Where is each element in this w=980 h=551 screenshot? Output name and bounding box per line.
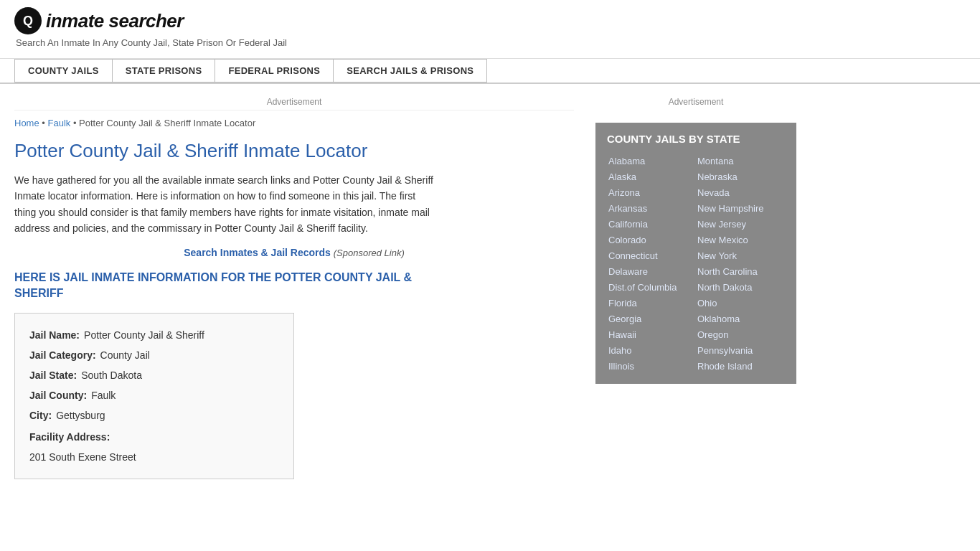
breadcrumb-county[interactable]: Faulk xyxy=(47,118,70,128)
state-value: South Dakota xyxy=(81,365,142,385)
info-row-address: Facility Address: 201 South Exene Street xyxy=(29,427,279,467)
section-heading: HERE IS JAIL INMATE INFORMATION FOR THE … xyxy=(14,270,438,302)
state-link[interactable]: New Mexico xyxy=(696,232,785,248)
nav-federal-prisons[interactable]: FEDERAL PRISONS xyxy=(215,59,334,83)
info-row-state: Jail State: South Dakota xyxy=(29,365,279,385)
state-link[interactable]: Pennsylvania xyxy=(696,343,785,358)
state-box-title: COUNTY JAILS BY STATE xyxy=(607,133,785,145)
info-row-county: Jail County: Faulk xyxy=(29,385,279,405)
state-link[interactable]: Oklahoma xyxy=(696,311,785,326)
state-link[interactable]: Montana xyxy=(696,154,785,169)
state-link[interactable]: Alaska xyxy=(607,169,696,184)
ad-banner-top: Advertisement xyxy=(14,91,574,110)
state-link[interactable]: Dist.of Columbia xyxy=(607,280,696,295)
info-box: Jail Name: Potter County Jail & Sheriff … xyxy=(14,313,294,479)
state-link[interactable]: Connecticut xyxy=(607,248,696,263)
header: Q inmate searcher Search An Inmate In An… xyxy=(0,0,980,59)
state-link[interactable]: Alabama xyxy=(607,154,696,169)
breadcrumb-home[interactable]: Home xyxy=(14,118,39,128)
page-body: Advertisement Home • Faulk • Potter Coun… xyxy=(0,84,980,494)
state-link[interactable]: Arizona xyxy=(607,185,696,200)
state-link[interactable]: Rhode Island xyxy=(696,359,785,374)
county-value: Faulk xyxy=(91,385,116,405)
jail-name-value: Potter County Jail & Sheriff xyxy=(84,325,204,345)
address-value: 201 South Exene Street xyxy=(29,447,279,467)
logo-text: inmate searcher xyxy=(46,10,184,32)
nav-state-prisons[interactable]: STATE PRISONS xyxy=(112,59,216,83)
logo-area: Q inmate searcher xyxy=(14,7,966,34)
tagline: Search An Inmate In Any County Jail, Sta… xyxy=(16,37,966,48)
city-value: Gettysburg xyxy=(56,405,105,425)
state-link[interactable]: Arkansas xyxy=(607,201,696,216)
state-link[interactable]: Ohio xyxy=(696,296,785,311)
category-value: County Jail xyxy=(100,345,150,365)
sidebar: Advertisement COUNTY JAILS BY STATE Alab… xyxy=(588,84,804,494)
nav-county-jails[interactable]: COUNTY JAILS xyxy=(14,59,113,83)
state-link[interactable]: California xyxy=(607,217,696,232)
state-link[interactable]: New Hampshire xyxy=(696,201,785,216)
breadcrumb: Home • Faulk • Potter County Jail & Sher… xyxy=(14,118,574,128)
state-link[interactable]: Georgia xyxy=(607,311,696,326)
main-content: Advertisement Home • Faulk • Potter Coun… xyxy=(0,84,588,494)
address-label: Facility Address: xyxy=(29,431,110,443)
state-link[interactable]: Idaho xyxy=(607,343,696,358)
state-link[interactable]: Oregon xyxy=(696,327,785,342)
state-link[interactable]: Colorado xyxy=(607,232,696,248)
state-link[interactable]: Delaware xyxy=(607,264,696,279)
state-col-right: MontanaNebraskaNevadaNew HampshireNew Je… xyxy=(696,154,785,374)
state-columns: AlabamaAlaskaArizonaArkansasCaliforniaCo… xyxy=(607,154,785,374)
description-text: We have gathered for you all the availab… xyxy=(14,172,438,237)
info-row-city: City: Gettysburg xyxy=(29,405,279,425)
state-col-left: AlabamaAlaskaArizonaArkansasCaliforniaCo… xyxy=(607,154,696,374)
jail-name-label: Jail Name: xyxy=(29,325,80,345)
state-link[interactable]: North Dakota xyxy=(696,280,785,295)
state-link[interactable]: Illinois xyxy=(607,359,696,374)
info-row-category: Jail Category: County Jail xyxy=(29,345,279,365)
logo-icon: Q xyxy=(14,7,42,34)
sidebar-ad: Advertisement xyxy=(595,91,796,113)
state-link[interactable]: North Carolina xyxy=(696,264,785,279)
state-link[interactable]: New York xyxy=(696,248,785,263)
page-title: Potter County Jail & Sheriff Inmate Loca… xyxy=(14,140,574,162)
state-link[interactable]: New Jersey xyxy=(696,217,785,232)
state-link[interactable]: Hawaii xyxy=(607,327,696,342)
state-link[interactable]: Nebraska xyxy=(696,169,785,184)
sponsored-link-area: Search Inmates & Jail Records (Sponsored… xyxy=(14,247,574,258)
state-link[interactable]: Florida xyxy=(607,296,696,311)
city-label: City: xyxy=(29,405,52,425)
info-row-jail-name: Jail Name: Potter County Jail & Sheriff xyxy=(29,325,279,345)
state-box: COUNTY JAILS BY STATE AlabamaAlaskaArizo… xyxy=(595,123,796,384)
sponsored-note-text: (Sponsored Link) xyxy=(334,248,405,258)
category-label: Jail Category: xyxy=(29,345,96,365)
state-link[interactable]: Nevada xyxy=(696,185,785,200)
nav-search-jails[interactable]: SEARCH JAILS & PRISONS xyxy=(333,59,487,83)
sponsored-link[interactable]: Search Inmates & Jail Records xyxy=(184,247,331,258)
county-label: Jail County: xyxy=(29,385,87,405)
state-label: Jail State: xyxy=(29,365,77,385)
